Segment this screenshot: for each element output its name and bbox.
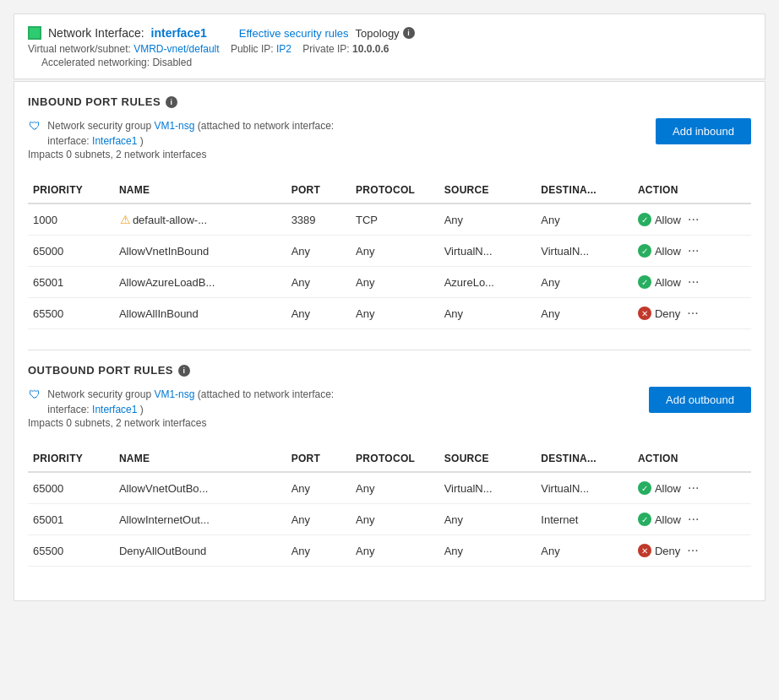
action-text: Allow (655, 482, 681, 495)
row-menu-button[interactable]: ··· (684, 512, 702, 527)
outbound-nsg-info: 🛡 Network security group VM1-nsg (attach… (28, 387, 334, 441)
allow-icon: ✓ (638, 481, 651, 495)
table-row[interactable]: 65000AllowVnetInBoundAnyAnyVirtualN...Vi… (28, 236, 751, 267)
outbound-nsg-iface-link[interactable]: Interface1 (92, 404, 137, 415)
outbound-port-2: Any (286, 535, 351, 567)
inbound-shield-icon: 🛡 (28, 120, 41, 133)
effective-security-rules-link[interactable]: Effective security rules (239, 27, 349, 40)
outbound-section: OUTBOUND PORT RULES i 🛡 Network security… (28, 364, 751, 567)
inbound-port-3: Any (286, 298, 351, 329)
inbound-protocol-1: Any (351, 236, 439, 267)
inbound-col-source: SOURCE (439, 177, 537, 203)
inbound-priority-3: 65500 (28, 298, 114, 329)
private-ip-value: 10.0.0.6 (352, 43, 389, 55)
outbound-action-0: ✓Allow··· (633, 472, 751, 504)
accel-label: Accelerated networking: (41, 57, 150, 68)
outbound-action-1: ✓Allow··· (633, 504, 751, 535)
inbound-name-2[interactable]: AllowAzureLoadB... (114, 267, 286, 298)
inbound-nsg-text: Network security group (47, 120, 151, 132)
outbound-name-0[interactable]: AllowVnetOutBo... (114, 472, 286, 504)
inbound-name-0[interactable]: ⚠ default-allow-... (114, 203, 286, 236)
row-menu-button[interactable]: ··· (684, 480, 702, 496)
outbound-nsg-text: Network security group (47, 388, 151, 400)
table-row[interactable]: 65500DenyAllOutBoundAnyAnyAnyAny✕Deny··· (28, 535, 751, 567)
inbound-impacts-text: Impacts 0 subnets, 2 network interfaces (28, 149, 334, 160)
inbound-col-action: ACTION (633, 177, 751, 203)
action-text: Allow (655, 245, 681, 258)
inbound-nsg-link[interactable]: VM1-nsg (154, 120, 194, 132)
header-line1: Network Interface: interface1 Effective … (28, 26, 751, 40)
outbound-nsg-line1: 🛡 Network security group VM1-nsg (attach… (28, 387, 334, 417)
row-menu-button[interactable]: ··· (684, 274, 702, 290)
inbound-nsg-attach: (attached to network interface: (198, 120, 334, 132)
outbound-priority-0: 65000 (28, 472, 114, 504)
action-text: Allow (655, 513, 681, 526)
outbound-destina-0: VirtualN... (536, 472, 633, 504)
outbound-rules-table: PRIORITY NAME PORT PROTOCOL SOURCE DESTI… (28, 446, 751, 567)
inbound-source-0: Any (439, 203, 537, 236)
outbound-nsg-row: 🛡 Network security group VM1-nsg (attach… (28, 387, 751, 441)
public-ip-link[interactable]: IP2 (276, 43, 291, 55)
inbound-nsg-iface-link[interactable]: Interface1 (92, 135, 137, 147)
inbound-port-2: Any (286, 267, 351, 298)
main-content: INBOUND PORT RULES i 🛡 Network security … (14, 81, 765, 601)
inbound-source-3: Any (439, 298, 537, 329)
outbound-name-2[interactable]: DenyAllOutBound (114, 535, 286, 567)
table-row[interactable]: 65000AllowVnetOutBo...AnyAnyVirtualN...V… (28, 472, 751, 504)
inbound-action-0: ✓Allow··· (633, 203, 751, 236)
add-outbound-button[interactable]: Add outbound (649, 387, 751, 413)
table-row[interactable]: 1000⚠ default-allow-...3389TCPAnyAny✓All… (28, 203, 751, 236)
table-row[interactable]: 65001AllowAzureLoadB...AnyAnyAzureLo...A… (28, 267, 751, 298)
topology-section: Topology i (356, 27, 415, 40)
outbound-nsg-attach: (attached to network interface: (198, 388, 334, 400)
outbound-col-protocol: PROTOCOL (351, 446, 439, 472)
table-row[interactable]: 65001AllowInternetOut...AnyAnyAnyInterne… (28, 504, 751, 535)
warn-icon: ⚠ (119, 213, 133, 226)
table-row[interactable]: 65500AllowAllInBoundAnyAnyAnyAny✕Deny··· (28, 298, 751, 329)
outbound-source-2: Any (439, 535, 537, 567)
header-line2: Virtual network/subnet: VMRD-vnet/defaul… (28, 43, 751, 55)
inbound-action-1: ✓Allow··· (633, 236, 751, 267)
outbound-protocol-1: Any (351, 504, 439, 535)
row-menu-button[interactable]: ··· (684, 212, 702, 227)
inbound-table-header: PRIORITY NAME PORT PROTOCOL SOURCE DESTI… (28, 177, 751, 203)
outbound-info-icon[interactable]: i (178, 365, 190, 377)
row-menu-button[interactable]: ··· (684, 306, 701, 321)
outbound-shield-icon: 🛡 (28, 388, 41, 402)
inbound-destina-1: VirtualN... (536, 236, 633, 267)
outbound-nsg-link[interactable]: VM1-nsg (154, 388, 194, 400)
outbound-name-1[interactable]: AllowInternetOut... (114, 504, 286, 535)
network-interface-icon (28, 26, 41, 40)
outbound-nsg-close-paren: ) (140, 404, 144, 415)
action-text: Allow (655, 276, 681, 289)
outbound-action-2: ✕Deny··· (633, 535, 751, 567)
inbound-nsg-iface-label: interface: (47, 135, 89, 147)
outbound-table-body: 65000AllowVnetOutBo...AnyAnyVirtualN...V… (28, 472, 751, 567)
add-inbound-button[interactable]: Add inbound (656, 118, 751, 144)
accel-value: Disabled (152, 57, 192, 68)
outbound-protocol-0: Any (351, 472, 439, 504)
allow-icon: ✓ (638, 513, 651, 526)
outbound-source-1: Any (439, 504, 537, 535)
outbound-col-port: PORT (286, 446, 351, 472)
inbound-name-1[interactable]: AllowVnetInBound (114, 236, 286, 267)
section-divider (28, 350, 751, 350)
outbound-destina-2: Any (536, 535, 633, 567)
row-menu-button[interactable]: ··· (684, 243, 702, 258)
header-section: Network Interface: interface1 Effective … (14, 14, 765, 79)
topology-info-icon[interactable]: i (403, 27, 415, 39)
topology-label: Topology (356, 27, 400, 40)
action-text: Deny (655, 307, 680, 320)
outbound-col-priority: PRIORITY (28, 446, 114, 472)
vnet-link[interactable]: VMRD-vnet/default (133, 43, 219, 55)
inbound-info-icon[interactable]: i (166, 96, 177, 108)
outbound-col-source: SOURCE (439, 446, 537, 472)
row-menu-button[interactable]: ··· (684, 543, 701, 558)
inbound-rules-table: PRIORITY NAME PORT PROTOCOL SOURCE DESTI… (28, 177, 751, 329)
inbound-name-3[interactable]: AllowAllInBound (114, 298, 286, 329)
interface-name-link[interactable]: interface1 (151, 26, 207, 40)
inbound-protocol-3: Any (351, 298, 439, 329)
inbound-source-2: AzureLo... (439, 267, 537, 298)
deny-icon: ✕ (638, 307, 651, 320)
inbound-title-text: INBOUND PORT RULES (28, 95, 161, 108)
